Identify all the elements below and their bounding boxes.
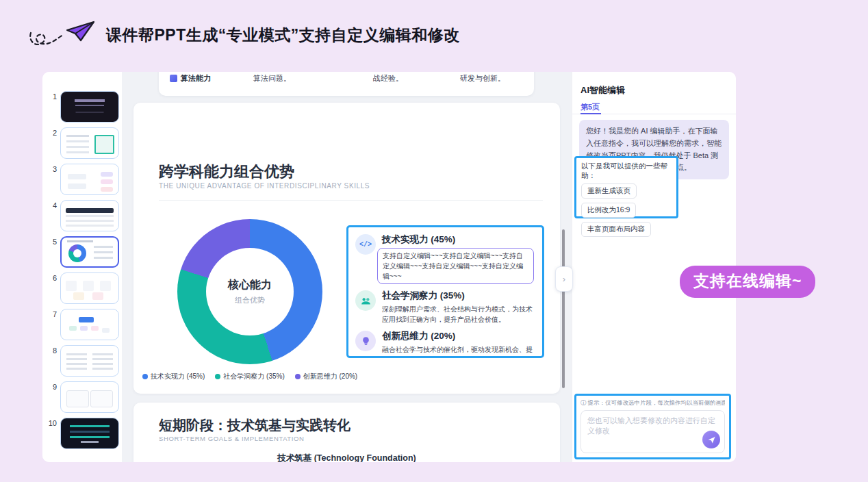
legend-dot bbox=[142, 374, 148, 379]
brand-paper-plane-logo-icon bbox=[26, 15, 101, 55]
info-icon: ⓘ bbox=[580, 399, 587, 406]
slide-number: 1 bbox=[48, 91, 57, 123]
slide-thumb-preview[interactable] bbox=[60, 236, 119, 268]
capability-item-innovation: 创新思维力 (20%) 融合社会学与技术的催化剂，驱动发现新机会、提出颠覆性解决… bbox=[355, 330, 534, 358]
donut-center-sub: 组合优势 bbox=[235, 295, 265, 305]
edit-hint: ⓘ提示：仅可修改选中片段，每次操作均以当前侧的画面为基础。 bbox=[580, 399, 725, 407]
slide-thumb-preview[interactable] bbox=[60, 127, 119, 159]
slide-thumbnail-2[interactable]: 2 bbox=[48, 127, 122, 159]
app-window: 1 2 3 4 5 6 7 8 9 10 算法能力 算法问题。 战经验。 研发与… bbox=[42, 72, 736, 462]
slide-6-content: 短期阶段：技术筑基与实践转化 SHORT-TERM GOALS & IMPLEM… bbox=[133, 403, 560, 462]
online-edit-badge: 支持在线编辑~ bbox=[680, 266, 815, 298]
row-cell: 战经验。 bbox=[373, 73, 403, 84]
tab-page-5[interactable]: 第5页 bbox=[580, 102, 600, 112]
slide-thumb-preview[interactable] bbox=[60, 345, 119, 377]
legend-dot bbox=[295, 374, 301, 379]
slide-thumbnail-8[interactable]: 8 bbox=[48, 345, 122, 377]
slide-number: 4 bbox=[48, 200, 57, 231]
slide-thumb-preview[interactable] bbox=[60, 309, 119, 340]
row-label: 算法能力 bbox=[181, 73, 211, 84]
capability-title: 社会学洞察力 (35%) bbox=[382, 290, 534, 302]
capability-list-highlight-box: </> 技术实现力 (45%) 支持自定义编辑~~~支持自定义编辑~~~支持自定… bbox=[346, 225, 544, 358]
legend-label: 技术实现力 (45%) bbox=[151, 372, 205, 381]
legend-item: 技术实现力 (45%) bbox=[142, 372, 205, 381]
capability-desc-editable[interactable]: 支持自定义编辑~~~支持自定义编辑~~~支持自定义编辑~~~支持自定义编辑~~~… bbox=[377, 248, 534, 284]
slide-number: 6 bbox=[48, 272, 57, 304]
instruction-input-wrap bbox=[580, 410, 725, 453]
slide-thumb-preview[interactable] bbox=[60, 200, 119, 231]
slide-thumbnail-sidebar: 1 2 3 4 5 6 7 8 9 10 bbox=[42, 72, 122, 462]
ai-panel-title: AI智能编辑 bbox=[580, 84, 625, 97]
slide-thumb-preview[interactable] bbox=[60, 91, 119, 123]
lightbulb-icon bbox=[355, 331, 376, 351]
table-row: 算法能力 算法问题。 战经验。 研发与创新。 bbox=[159, 73, 534, 84]
donut-chart: 核心能力 组合优势 bbox=[177, 219, 322, 364]
slide-thumbnail-10[interactable]: 10 bbox=[48, 418, 122, 449]
capability-desc: 融合社会学与技术的催化剂，驱动发现新机会、提出颠覆性解决方案，形成独特竞争力。 bbox=[382, 344, 534, 358]
code-icon: </> bbox=[355, 234, 376, 255]
slide-thumbnail-5-selected[interactable]: 5 bbox=[48, 236, 122, 268]
donut-center-title: 核心能力 bbox=[228, 278, 272, 292]
page: 课件帮PPT生成“专业模式”支持自定义编辑和修改 1 2 3 4 5 6 7 8… bbox=[0, 0, 868, 482]
slide-title: 短期阶段：技术筑基与实践转化 bbox=[159, 416, 350, 435]
panel-expand-handle[interactable]: › bbox=[555, 266, 573, 292]
slide-thumbnail-9[interactable]: 9 bbox=[48, 381, 122, 413]
capability-desc: 深刻理解用户需求、社会结构与行为模式，为技术应用找到正确方向，提升产品社会价值。 bbox=[382, 304, 534, 325]
canvas-scrollbar-thumb[interactable] bbox=[562, 229, 565, 388]
slide-number: 3 bbox=[48, 164, 57, 195]
slide-thumbnail-3[interactable]: 3 bbox=[48, 164, 122, 195]
chart-legend: 技术实现力 (45%) 社会学洞察力 (35%) 创新思维力 (20%) bbox=[143, 372, 357, 381]
help-option-regenerate-button[interactable]: 重新生成该页 bbox=[581, 183, 637, 199]
slide-number: 7 bbox=[48, 309, 57, 340]
section-heading: 技术筑基 (Technology Foundation) bbox=[133, 453, 560, 462]
slide-number: 10 bbox=[48, 418, 57, 449]
divider bbox=[159, 200, 543, 201]
table-row-card: 算法能力 算法问题。 战经验。 研发与创新。 bbox=[159, 72, 534, 96]
slide-subtitle: SHORT-TERM GOALS & IMPLEMENTATION bbox=[159, 435, 304, 442]
capability-item-sociology: 社会学洞察力 (35%) 深刻理解用户需求、社会结构与行为模式，为技术应用找到正… bbox=[355, 290, 534, 325]
capability-title: 创新思维力 (20%) bbox=[382, 330, 534, 342]
legend-label: 社会学洞察力 (35%) bbox=[223, 372, 284, 381]
help-label: 以下是我可以提供的一些帮助： bbox=[581, 162, 672, 181]
compose-highlight-box: ⓘ提示：仅可修改选中片段，每次操作均以当前侧的画面为基础。 bbox=[574, 394, 731, 459]
slide-thumb-preview[interactable] bbox=[60, 381, 119, 413]
capability-item-tech: </> 技术实现力 (45%) 支持自定义编辑~~~支持自定义编辑~~~支持自定… bbox=[355, 233, 534, 284]
slide-title: 跨学科能力组合优势 bbox=[159, 162, 294, 182]
slide-thumbnail-4[interactable]: 4 bbox=[48, 200, 122, 231]
send-button[interactable] bbox=[702, 431, 720, 448]
slide-thumbnail-1[interactable]: 1 bbox=[48, 91, 122, 123]
legend-label: 创新思维力 (20%) bbox=[303, 372, 357, 381]
slide-number: 8 bbox=[48, 345, 57, 377]
legend-item: 创新思维力 (20%) bbox=[295, 372, 357, 381]
algorithm-icon bbox=[170, 75, 177, 82]
slide-number: 9 bbox=[48, 381, 57, 413]
slide-number: 2 bbox=[48, 127, 57, 159]
slide-thumb-preview[interactable] bbox=[60, 418, 119, 449]
legend-dot bbox=[215, 374, 220, 379]
capability-title: 技术实现力 (45%) bbox=[382, 233, 534, 246]
slide-thumb-preview[interactable] bbox=[60, 272, 119, 304]
slide-thumb-preview[interactable] bbox=[60, 164, 119, 195]
row-cell: 算法问题。 bbox=[253, 73, 291, 84]
slide-5-content: 跨学科能力组合优势 THE UNIQUE ADVANTAGE OF INTERD… bbox=[133, 103, 560, 394]
paper-plane-icon bbox=[707, 435, 716, 444]
hint-text: 提示：仅可修改选中片段，每次操作均以当前侧的画面为基础。 bbox=[588, 399, 726, 406]
people-icon bbox=[355, 290, 376, 311]
slide-subtitle: THE UNIQUE ADVANTAGE OF INTERDISCIPLINAR… bbox=[159, 182, 370, 190]
help-option-ratio-button[interactable]: 比例改为16:9 bbox=[581, 203, 636, 218]
slide-thumbnail-7[interactable]: 7 bbox=[48, 309, 122, 340]
page-title: 课件帮PPT生成“专业模式”支持自定义编辑和修改 bbox=[106, 25, 460, 46]
donut-center: 核心能力 组合优势 bbox=[206, 248, 294, 335]
mini-donut-chart bbox=[68, 244, 86, 262]
slide-number: 5 bbox=[48, 236, 57, 268]
help-option-enrich-layout-button[interactable]: 丰富页面布局内容 bbox=[581, 222, 651, 237]
row-cell: 研发与创新。 bbox=[460, 73, 505, 84]
slide-thumbnail-6[interactable]: 6 bbox=[48, 272, 122, 304]
legend-item: 社会学洞察力 (35%) bbox=[215, 372, 284, 381]
chevron-right-icon: › bbox=[563, 274, 565, 284]
active-tab-underline bbox=[580, 113, 601, 114]
slide-canvas: 算法能力 算法问题。 战经验。 研发与创新。 跨学科能力组合优势 THE UNI… bbox=[122, 72, 572, 462]
instruction-input[interactable] bbox=[581, 411, 724, 453]
help-options-highlight-box: 以下是我可以提供的一些帮助： 重新生成该页 比例改为16:9 丰富页面布局内容 bbox=[574, 156, 678, 218]
